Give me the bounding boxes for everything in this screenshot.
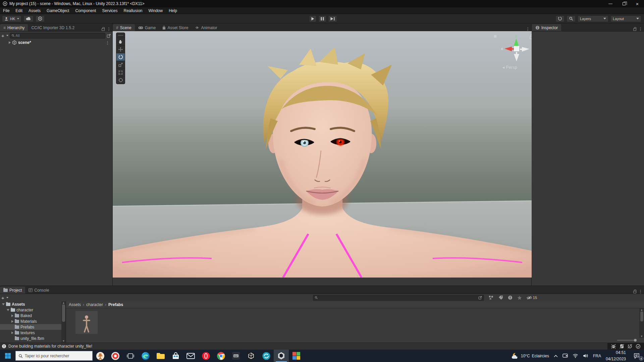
tab-game[interactable]: Game [135, 24, 159, 31]
expand-arrow-icon[interactable] [11, 320, 13, 323]
kebab-menu-icon[interactable]: ⋮ [638, 289, 643, 294]
taskbar-clock[interactable]: 04:51 04/12/2023 [603, 350, 629, 362]
overlay-menu-icon[interactable]: ≡ [494, 33, 497, 39]
pause-button[interactable] [319, 15, 326, 22]
picker-icon[interactable] [107, 34, 111, 38]
edge-icon[interactable] [138, 350, 153, 362]
transform-tool[interactable] [116, 76, 125, 84]
tab-cc-ic-importer[interactable]: CC/iC Importer 3D 1.5.2 [28, 24, 78, 31]
expand-arrow-icon[interactable] [2, 303, 5, 305]
rotate-tool[interactable] [116, 53, 125, 61]
autorefresh-disabled-icon[interactable] [628, 344, 632, 349]
minimize-button[interactable]: ― [604, 0, 617, 7]
orientation-gizmo[interactable]: y x ◂ Persp [498, 33, 532, 72]
cloud-button[interactable] [23, 15, 34, 22]
filter-type-icon[interactable] [489, 295, 494, 300]
scroll-up-icon[interactable]: ▲ [62, 301, 65, 304]
breadcrumb-assets[interactable]: Assets [69, 302, 81, 307]
store-icon[interactable] [168, 350, 183, 362]
gingerbread-app-icon[interactable] [93, 350, 108, 362]
menu-services[interactable]: Services [99, 7, 120, 14]
tree-item-assets[interactable]: Assets [0, 301, 66, 307]
menu-component[interactable]: Component [72, 7, 99, 14]
view-hand-tool[interactable] [116, 38, 125, 45]
project-add-button[interactable]: + [1, 295, 8, 300]
expand-arrow-icon[interactable] [11, 331, 13, 334]
breadcrumb-character[interactable]: character [86, 302, 103, 307]
content-scrollbar[interactable]: ▲ ▼ [639, 308, 644, 338]
notification-center[interactable]: 4 [629, 350, 644, 362]
tree-item-textures[interactable]: textures [0, 330, 66, 336]
label-tag-icon[interactable] [498, 295, 503, 300]
tab-inspector[interactable]: Inspector [532, 24, 561, 31]
dark-app-icon[interactable] [228, 350, 244, 362]
weather-widget[interactable]: 10°C Eclaircies [508, 350, 551, 362]
tab-console[interactable]: Console [25, 287, 52, 294]
global-search-button[interactable] [567, 15, 576, 22]
layout-dropdown[interactable]: Layout [610, 15, 641, 22]
taskbar-search-input[interactable] [25, 354, 90, 358]
step-button[interactable] [328, 15, 337, 22]
kebab-menu-icon[interactable]: ⋮ [526, 27, 530, 31]
menu-reallusion[interactable]: Reallusion [120, 7, 145, 14]
hierarchy-search-input[interactable] [15, 34, 104, 38]
tab-asset-store[interactable]: Asset Store [159, 24, 192, 31]
debugger-disabled-icon[interactable] [611, 344, 616, 349]
project-search-input[interactable] [319, 296, 477, 300]
tree-scrollbar[interactable]: ▲ ▼ [61, 301, 66, 343]
scroll-down-icon[interactable]: ▼ [62, 340, 65, 343]
tree-item-baked[interactable]: Baked [0, 313, 66, 318]
chrome-icon[interactable] [213, 350, 228, 362]
close-button[interactable]: × [631, 0, 644, 7]
hierarchy-item-scene[interactable]: scene* ⋮ [0, 40, 112, 46]
scroll-up-icon[interactable]: ▲ [640, 308, 643, 311]
opera-icon[interactable] [198, 350, 213, 362]
progress-check-icon[interactable] [636, 344, 641, 349]
palette-drag-handle[interactable]: ── [116, 33, 125, 38]
red-browser-app-icon[interactable] [108, 350, 123, 362]
file-explorer-icon[interactable] [153, 350, 168, 362]
tree-item-unity-file-fbm[interactable]: unity_file.fbm [0, 336, 66, 341]
tray-wifi[interactable] [570, 350, 581, 362]
tray-cast[interactable] [560, 350, 570, 362]
favorites-star-icon[interactable] [517, 296, 522, 300]
expand-arrow-icon[interactable] [11, 314, 13, 317]
account-button[interactable]: HK [2, 15, 21, 22]
kebab-menu-icon[interactable]: ⋮ [107, 27, 111, 31]
expand-arrow-icon[interactable] [9, 41, 11, 44]
menu-gameobject[interactable]: GameObject [44, 7, 72, 14]
project-search[interactable] [313, 295, 484, 301]
hidden-count-toggle[interactable]: 15 [527, 296, 537, 300]
menu-help[interactable]: Help [166, 7, 180, 14]
picker-icon[interactable] [478, 296, 482, 300]
breadcrumb-prefabs[interactable]: Prefabs [108, 302, 123, 307]
services-button[interactable] [36, 15, 45, 22]
restore-button[interactable] [617, 0, 631, 7]
menu-window[interactable]: Window [146, 7, 166, 14]
play-button[interactable] [309, 15, 317, 22]
tab-project[interactable]: Project [0, 287, 25, 294]
prefab-asset-thumbnail[interactable] [75, 311, 98, 334]
tree-item-prefabs[interactable]: Prefabs [0, 324, 66, 330]
tab-hierarchy[interactable]: ≡ Hierarchy [0, 24, 28, 31]
tab-scene[interactable]: # Scene [113, 24, 135, 31]
rect-tool[interactable] [116, 68, 125, 76]
tree-item-materials[interactable]: Materials [0, 318, 66, 324]
kebab-menu-icon[interactable]: ⋮ [105, 41, 110, 45]
status-bar[interactable]: Done building materials for character un… [0, 343, 644, 350]
move-tool[interactable] [116, 45, 125, 53]
info-circle-icon[interactable] [508, 295, 513, 300]
media-grid-app-icon[interactable] [289, 350, 304, 362]
undo-history-button[interactable] [555, 15, 565, 22]
tray-chevron-up[interactable] [551, 350, 560, 362]
teal-app-icon[interactable] [259, 350, 274, 362]
lock-icon[interactable] [633, 28, 636, 31]
tree-item-character[interactable]: character [0, 307, 66, 313]
scene-viewport[interactable]: ── ≡ y x [113, 31, 532, 278]
lock-icon[interactable] [633, 291, 636, 293]
menu-file[interactable]: File [0, 7, 12, 14]
start-button[interactable] [0, 350, 15, 362]
expand-arrow-icon[interactable] [7, 309, 9, 311]
language-indicator[interactable]: FRA [591, 350, 603, 362]
tray-volume[interactable] [581, 350, 591, 362]
